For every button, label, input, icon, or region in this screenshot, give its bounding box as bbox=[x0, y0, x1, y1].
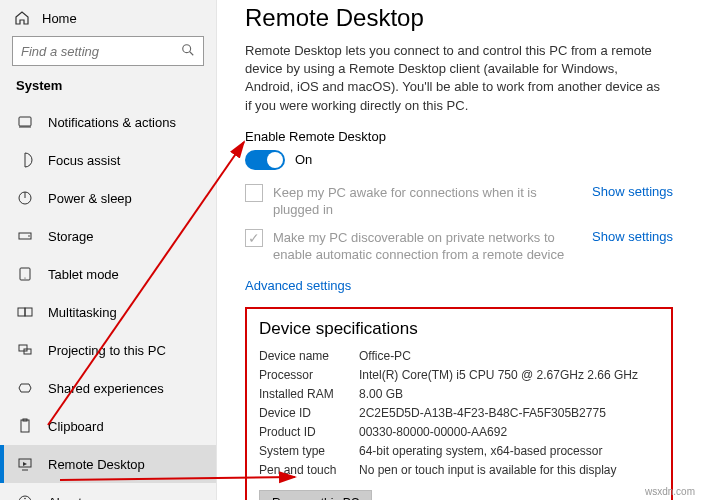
page-title: Remote Desktop bbox=[245, 4, 673, 32]
svg-rect-14 bbox=[21, 420, 29, 432]
sidebar-item-label: Clipboard bbox=[48, 419, 104, 434]
home-nav[interactable]: Home bbox=[0, 6, 216, 34]
sidebar-item-label: Focus assist bbox=[48, 153, 120, 168]
enable-remote-toggle[interactable] bbox=[245, 150, 285, 170]
spec-label: Installed RAM bbox=[259, 387, 359, 401]
discoverable-checkbox[interactable]: ✓ bbox=[245, 229, 263, 247]
svg-rect-11 bbox=[25, 308, 32, 316]
toggle-state: On bbox=[295, 152, 312, 167]
clipboard-icon bbox=[16, 417, 34, 435]
sidebar-item-power-sleep[interactable]: Power & sleep bbox=[0, 179, 216, 217]
discoverable-label: Make my PC discoverable on private netwo… bbox=[273, 229, 566, 264]
home-label: Home bbox=[42, 11, 77, 26]
storage-icon bbox=[16, 227, 34, 245]
svg-point-9 bbox=[24, 277, 25, 278]
sidebar-item-storage[interactable]: Storage bbox=[0, 217, 216, 255]
tablet-icon bbox=[16, 265, 34, 283]
specs-title: Device specifications bbox=[259, 319, 659, 339]
enable-remote-label: Enable Remote Desktop bbox=[245, 129, 673, 144]
device-specs-section: Device specifications Device nameOffice-… bbox=[245, 307, 673, 500]
sidebar-item-label: Multitasking bbox=[48, 305, 117, 320]
spec-value: No pen or touch input is available for t… bbox=[359, 463, 659, 477]
sidebar-item-projecting[interactable]: Projecting to this PC bbox=[0, 331, 216, 369]
search-icon bbox=[181, 43, 195, 60]
about-icon bbox=[16, 493, 34, 500]
sidebar-item-focus-assist[interactable]: Focus assist bbox=[0, 141, 216, 179]
spec-label: Product ID bbox=[259, 425, 359, 439]
multitasking-icon bbox=[16, 303, 34, 321]
svg-point-0 bbox=[183, 44, 191, 52]
notifications-icon bbox=[16, 113, 34, 131]
spec-label: Processor bbox=[259, 368, 359, 382]
remote-desktop-icon bbox=[16, 455, 34, 473]
shared-icon bbox=[16, 379, 34, 397]
svg-line-1 bbox=[190, 51, 194, 55]
spec-value: Office-PC bbox=[359, 349, 659, 363]
svg-rect-12 bbox=[19, 345, 27, 351]
nav-list: Notifications & actions Focus assist Pow… bbox=[0, 103, 216, 500]
sidebar-item-about[interactable]: About bbox=[0, 483, 216, 500]
sidebar-item-shared-exp[interactable]: Shared experiences bbox=[0, 369, 216, 407]
svg-rect-10 bbox=[18, 308, 25, 316]
sidebar-item-multitasking[interactable]: Multitasking bbox=[0, 293, 216, 331]
home-icon bbox=[14, 10, 30, 26]
sidebar-item-tablet-mode[interactable]: Tablet mode bbox=[0, 255, 216, 293]
spec-value: 00330-80000-00000-AA692 bbox=[359, 425, 659, 439]
sidebar-item-label: Tablet mode bbox=[48, 267, 119, 282]
focus-assist-icon bbox=[16, 151, 34, 169]
sidebar-item-label: Shared experiences bbox=[48, 381, 164, 396]
svg-point-7 bbox=[28, 235, 30, 237]
spec-label: Device name bbox=[259, 349, 359, 363]
sidebar-item-label: Storage bbox=[48, 229, 94, 244]
description-text: Remote Desktop lets you connect to and c… bbox=[245, 42, 665, 115]
sidebar-item-clipboard[interactable]: Clipboard bbox=[0, 407, 216, 445]
projecting-icon bbox=[16, 341, 34, 359]
advanced-settings-link[interactable]: Advanced settings bbox=[245, 278, 351, 293]
watermark: wsxdn.com bbox=[645, 486, 695, 497]
spec-label: Device ID bbox=[259, 406, 359, 420]
rename-pc-button[interactable]: Rename this PC bbox=[259, 490, 372, 500]
power-icon bbox=[16, 189, 34, 207]
svg-point-20 bbox=[24, 498, 26, 500]
sidebar-item-label: Power & sleep bbox=[48, 191, 132, 206]
sidebar-item-notifications[interactable]: Notifications & actions bbox=[0, 103, 216, 141]
spec-value: 64-bit operating system, x64-based proce… bbox=[359, 444, 659, 458]
main-content: Remote Desktop Remote Desktop lets you c… bbox=[217, 0, 701, 500]
sidebar-item-remote-desktop[interactable]: Remote Desktop bbox=[0, 445, 216, 483]
search-box[interactable] bbox=[12, 36, 204, 66]
spec-label: System type bbox=[259, 444, 359, 458]
sidebar-item-label: Remote Desktop bbox=[48, 457, 145, 472]
sidebar-item-label: About bbox=[48, 495, 82, 501]
keep-awake-checkbox[interactable] bbox=[245, 184, 263, 202]
sidebar: Home System Notifications & actions Focu… bbox=[0, 0, 217, 500]
svg-rect-2 bbox=[19, 117, 31, 126]
spec-value: Intel(R) Core(TM) i5 CPU 750 @ 2.67GHz 2… bbox=[359, 368, 659, 382]
spec-value: 8.00 GB bbox=[359, 387, 659, 401]
spec-value: 2C2E5D5D-A13B-4F23-B48C-FA5F305B2775 bbox=[359, 406, 659, 420]
show-settings-link-2[interactable]: Show settings bbox=[592, 229, 673, 244]
category-label: System bbox=[0, 76, 216, 103]
search-input[interactable] bbox=[21, 44, 171, 59]
sidebar-item-label: Notifications & actions bbox=[48, 115, 176, 130]
show-settings-link-1[interactable]: Show settings bbox=[592, 184, 673, 199]
sidebar-item-label: Projecting to this PC bbox=[48, 343, 166, 358]
spec-label: Pen and touch bbox=[259, 463, 359, 477]
keep-awake-label: Keep my PC awake for connections when it… bbox=[273, 184, 566, 219]
